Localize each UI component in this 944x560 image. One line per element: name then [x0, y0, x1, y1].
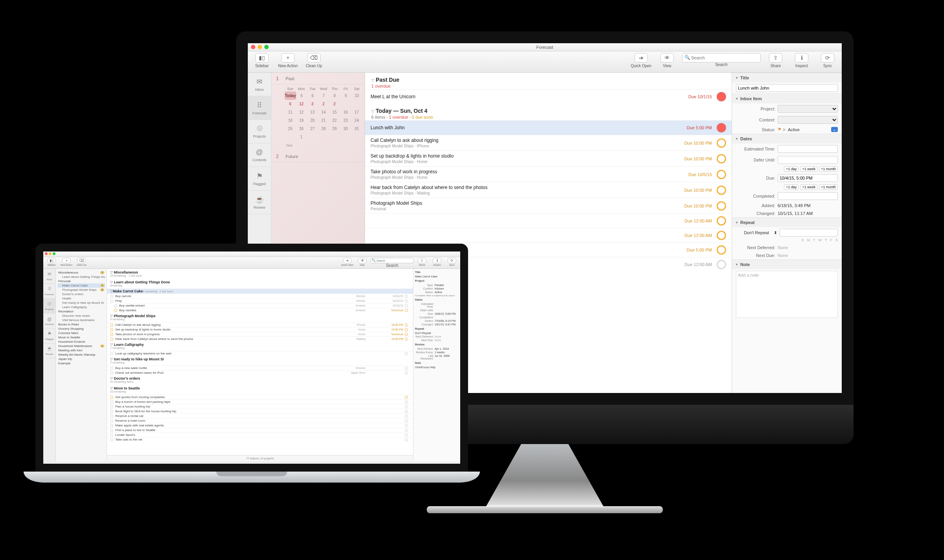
status-circle-icon[interactable]	[405, 371, 408, 375]
status-circle-icon[interactable]	[405, 352, 408, 355]
tab-inbox[interactable]: ✉Inbox	[43, 269, 55, 284]
action-row[interactable]: Make appts with real estate agents	[107, 423, 413, 428]
new-action-button[interactable]: ＋New Action	[60, 258, 73, 266]
quick-open-button[interactable]: ➜Quick Open	[630, 53, 652, 68]
task-row[interactable]: Photograph Model ShipsPersonal Due 10:00…	[365, 198, 732, 213]
inspector-repeat-header[interactable]: Repeat	[414, 326, 459, 331]
project-header[interactable]: ▽ Miscellaneous10 remaining · 1 due soon	[107, 269, 413, 279]
action-row[interactable]: Buy candles Errands Tomorrow	[107, 308, 413, 312]
tab-forecast[interactable]: ⠿Forecast	[43, 284, 55, 299]
task-row[interactable]: Due 12:00 AM	[365, 228, 732, 242]
inspect-button[interactable]: ℹInspect	[430, 258, 444, 266]
status-circle-icon[interactable]	[405, 309, 408, 312]
action-row[interactable]: Book flight to SEA for the house-hunting…	[107, 409, 413, 413]
share-button[interactable]: ⇪Share	[765, 53, 787, 68]
tab-contexts[interactable]: @Contexts	[248, 143, 271, 167]
tab-flagged[interactable]: ⚑Flagged	[43, 329, 55, 343]
tab-review[interactable]: ☕Review	[248, 191, 271, 214]
quick-open-button[interactable]: ➜Quick Open	[341, 258, 354, 266]
project-header[interactable]: ▽ Photograph Model Ships4 remaining	[107, 312, 413, 322]
inspector-project-header[interactable]: Project	[414, 278, 459, 283]
plus-week-button[interactable]: +1 week	[800, 166, 817, 172]
action-row[interactable]: Hear back from Catelyn about where to se…	[107, 336, 413, 341]
traffic-lights[interactable]	[251, 45, 269, 49]
future-row[interactable]: 2 Future	[271, 151, 365, 162]
disclosure-triangle-icon[interactable]: ▽	[110, 314, 113, 318]
status-circle-icon[interactable]	[717, 231, 726, 240]
status-circle-icon[interactable]	[717, 154, 726, 163]
inspector-title-header[interactable]: Title	[732, 73, 842, 83]
tab-forecast[interactable]: ⠿Forecast	[248, 96, 271, 120]
disclosure-triangle-icon[interactable]: ▽	[371, 78, 374, 83]
inspector-dates-header[interactable]: Dates	[414, 297, 459, 302]
status-circle-icon[interactable]	[405, 424, 408, 427]
status-circle-icon[interactable]	[110, 415, 113, 418]
sidebar-item[interactable]: Move to Seattle	[57, 335, 105, 340]
clean-up-button[interactable]: ⌫Clean Up	[75, 258, 88, 266]
sidebar-item[interactable]: Personal	[57, 279, 105, 283]
sidebar-item[interactable]: Health	[57, 296, 105, 301]
sidebar-button[interactable]: ▮▯Sidebar	[251, 53, 273, 68]
zoom-icon[interactable]	[53, 252, 55, 255]
status-circle-icon[interactable]	[114, 309, 117, 312]
due-input[interactable]	[778, 174, 838, 182]
action-row[interactable]: Call Catelyn to ask about rigging iPhone…	[107, 322, 413, 327]
status-circle-icon[interactable]	[405, 405, 408, 408]
status-circle-icon[interactable]	[405, 419, 408, 422]
action-row[interactable]: Buy a bunch of boxes and packing tape	[107, 399, 413, 404]
disclosure-triangle-icon[interactable]: ▽	[110, 289, 113, 293]
calendar-grid[interactable]: SunMonTueWedThuFriSat Today5678910612322…	[271, 84, 365, 142]
sidebar-item[interactable]: Miscellaneous3	[57, 270, 105, 275]
action-row[interactable]: Locate Spud's	[107, 432, 413, 437]
inspector-inbox-header[interactable]: Inbox Item	[732, 94, 842, 103]
note-textarea[interactable]: Add a note	[736, 271, 838, 318]
tab-inbox[interactable]: ✉Inbox	[248, 73, 271, 96]
status-circle-icon[interactable]	[110, 396, 113, 399]
view-button[interactable]: 👁View	[656, 53, 678, 68]
status-circle-icon[interactable]	[405, 438, 408, 441]
tab-review[interactable]: ☕Review	[43, 343, 55, 358]
sidebar-item[interactable]: Photograph Model Ships5	[57, 288, 105, 292]
status-circle-icon[interactable]	[110, 429, 113, 432]
status-circle-icon[interactable]	[110, 410, 113, 413]
project-header[interactable]: ▽ Learn about Getting Things Doneremaini…	[107, 279, 413, 288]
search-field[interactable]: 🔍 Search	[371, 258, 414, 268]
status-circle-icon[interactable]	[114, 304, 117, 307]
status-circle-icon[interactable]	[717, 245, 726, 255]
view-button[interactable]: 👁View	[356, 258, 369, 266]
action-row[interactable]: Reserve a hotel room	[107, 418, 413, 423]
status-circle-icon[interactable]	[110, 400, 113, 404]
status-circle-icon[interactable]	[405, 328, 408, 331]
status-circle-icon[interactable]	[405, 410, 408, 413]
sidebar-item[interactable]: Colonize Mars	[57, 331, 105, 335]
est-time-input[interactable]	[778, 145, 838, 153]
project-header[interactable]: ▽ Make Carrot Cake4 remaining · 2 due so…	[107, 288, 413, 294]
plus-month-button[interactable]: +1 month	[819, 166, 838, 172]
task-row[interactable]: Hear back from Catelyn about where to se…	[365, 182, 732, 198]
project-header[interactable]: ▽ Move to Seattle10 remaining	[107, 385, 413, 395]
status-circle-icon[interactable]	[405, 295, 408, 298]
project-header[interactable]: ▽ Learn Calligraphy1 remaining	[107, 341, 413, 351]
status-circle-icon[interactable]	[110, 323, 113, 327]
status-circle-icon[interactable]	[110, 367, 113, 370]
status-circle-icon[interactable]	[110, 438, 113, 441]
note-value[interactable]: OmniFocus Help	[415, 366, 459, 369]
disclosure-triangle-icon[interactable]: ▽	[110, 343, 113, 347]
action-row[interactable]: Buy a new water bottle Errands	[107, 365, 413, 370]
past-row[interactable]: 1 Past	[271, 73, 365, 84]
context-select[interactable]	[778, 116, 838, 124]
flag-icon[interactable]: ⚑	[778, 127, 782, 132]
status-circle-icon[interactable]	[717, 92, 726, 101]
sidebar-button[interactable]: ▮▯Sidebar	[45, 258, 58, 266]
status-circle-icon[interactable]	[405, 429, 408, 432]
sidebar-item[interactable]: Household Maintenance1	[57, 344, 105, 348]
inspect-button[interactable]: ℹInspect	[791, 53, 813, 68]
status-circle-icon[interactable]	[717, 216, 726, 226]
status-circle-icon[interactable]	[110, 328, 113, 331]
status-circle-icon[interactable]	[405, 415, 408, 418]
search-input[interactable]	[682, 53, 761, 62]
status-circle-icon[interactable]	[110, 424, 113, 427]
clean-up-button[interactable]: ⌫Clean Up	[303, 53, 325, 68]
status-circle-icon[interactable]	[405, 400, 408, 404]
task-row[interactable]: Meet L at the Unicorn Due 10/1/15	[365, 89, 732, 104]
